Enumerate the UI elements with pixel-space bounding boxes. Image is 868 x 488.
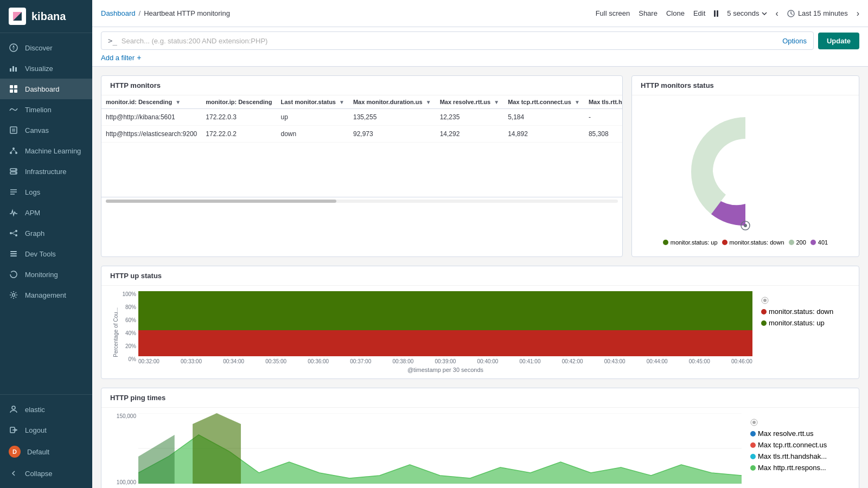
breadcrumb-current: Heartbeat HTTP monitoring	[144, 9, 230, 17]
bar-legend-label-up: monitor.status: up	[769, 319, 825, 327]
col-monitor-ip[interactable]: monitor.ip: Descending	[201, 95, 276, 109]
next-time-button[interactable]: ›	[857, 9, 859, 18]
sidebar-item-logs-label: Logs	[25, 188, 40, 196]
line-legend-http: Max http.rtt.respons...	[750, 464, 841, 472]
monitors-table: monitor.id: Descending ▼ monitor.ip: Des…	[101, 95, 622, 143]
bar-down	[138, 330, 752, 356]
donut-chart	[680, 106, 810, 236]
sidebar-item-elastic[interactable]: elastic	[0, 399, 92, 420]
sidebar-item-devtools[interactable]: Dev Tools	[0, 243, 92, 264]
http-monitors-status-title: HTTP monitors status	[632, 76, 859, 95]
line-chart-svg	[138, 413, 742, 484]
sidebar-item-timelion[interactable]: Timelion	[0, 99, 92, 120]
sidebar-item-discover[interactable]: Discover	[0, 37, 92, 58]
col-max-duration[interactable]: Max monitor.duration.us ▼	[349, 95, 436, 109]
col-last-status[interactable]: Last monitor.status ▼	[277, 95, 349, 109]
x-axis-title: @timestamp per 30 seconds	[138, 364, 752, 373]
svg-point-43	[763, 299, 767, 302]
update-button[interactable]: Update	[818, 33, 859, 49]
sidebar-item-collapse[interactable]: Collapse	[0, 463, 92, 484]
row-1-ip: 172.22.0.2	[201, 126, 276, 143]
sidebar-bottom: elastic Logout D Default Collapse	[0, 394, 92, 488]
sidebar-item-visualize[interactable]: Visualize	[0, 58, 92, 79]
sidebar-item-infrastructure[interactable]: Infrastructure	[0, 161, 92, 182]
sidebar-item-logs[interactable]: Logs	[0, 182, 92, 202]
svg-rect-7	[15, 67, 17, 72]
sidebar-item-devtools-label: Dev Tools	[25, 250, 56, 258]
breadcrumb-home[interactable]: Dashboard	[101, 9, 136, 17]
grid-icon	[9, 84, 18, 94]
prev-time-button[interactable]: ‹	[776, 9, 778, 18]
svg-rect-31	[10, 253, 17, 254]
svg-point-16	[15, 152, 17, 154]
dashboard-canvas: HTTP monitors monitor.id: Descending ▼ m…	[92, 67, 868, 488]
topbar: Dashboard / Heartbeat HTTP monitoring Fu…	[92, 0, 868, 27]
time-range-selector[interactable]: Last 15 minutes	[787, 9, 848, 17]
legend-dot-down	[722, 240, 727, 245]
legend-item-401: 401	[810, 239, 828, 246]
table-row: http@http://kibana:5601 172.22.0.3 up 13…	[101, 109, 622, 126]
svg-point-27	[15, 230, 17, 232]
sort-arrow-0: ▼	[175, 99, 181, 105]
monitors-table-scroll[interactable]: monitor.id: Descending ▼ monitor.ip: Des…	[101, 95, 622, 143]
col-monitor-id[interactable]: monitor.id: Descending ▼	[101, 95, 201, 109]
svg-line-29	[12, 232, 15, 233]
sidebar-item-monitoring[interactable]: Monitoring	[0, 264, 92, 285]
sidebar-item-apm[interactable]: APM	[0, 202, 92, 223]
pause-icon	[714, 10, 718, 17]
clone-button[interactable]: Clone	[666, 9, 685, 17]
donut-legend: monitor.status: up monitor.status: down …	[663, 239, 828, 246]
row-0-ip: 172.22.0.3	[201, 109, 276, 126]
col-max-tcp[interactable]: Max tcp.rtt.connect.us ▼	[503, 95, 584, 109]
line-legend-settings	[750, 419, 841, 426]
logo[interactable]: kibana	[0, 0, 92, 33]
apm-icon	[9, 208, 18, 217]
line-legend-tcp: Max tcp.rtt.connect.us	[750, 441, 841, 449]
sidebar-item-default[interactable]: D Default	[0, 440, 92, 463]
y-axis-ticks: 100% 80% 60% 40% 20% 0%	[121, 291, 138, 373]
interval-value: 5 seconds	[727, 9, 759, 17]
legend-item-settings	[761, 297, 841, 304]
share-button[interactable]: Share	[639, 9, 658, 17]
legend-label-200: 200	[796, 239, 806, 246]
http-monitors-status-panel: HTTP monitors status	[631, 75, 859, 257]
svg-point-48	[752, 421, 756, 424]
bar-chart-icon	[9, 63, 18, 73]
legend-dot-401	[810, 240, 816, 245]
line-legend-tls: Max tls.rtt.handshak...	[750, 452, 841, 460]
sidebar-item-graph[interactable]: Graph	[0, 223, 92, 243]
sidebar-item-canvas[interactable]: Canvas	[0, 120, 92, 140]
add-filter-button[interactable]: Add a filter +	[101, 53, 141, 62]
bar-legend-up: monitor.status: up	[761, 319, 841, 327]
svg-line-17	[11, 150, 14, 152]
graph-icon	[9, 228, 18, 238]
svg-rect-5	[10, 68, 11, 72]
sidebar-item-dashboard[interactable]: Dashboard	[0, 79, 92, 99]
row-1-duration: 92,973	[349, 126, 436, 143]
http-up-status-panel: HTTP up status Percentage of Cou... 100%…	[101, 266, 859, 379]
legend-item-up: monitor.status: up	[663, 239, 718, 246]
full-screen-button[interactable]: Full screen	[596, 9, 630, 17]
sidebar-item-machine-learning[interactable]: Machine Learning	[0, 140, 92, 161]
col-max-resolve[interactable]: Max resolve.rtt.us ▼	[436, 95, 504, 109]
col-max-tls[interactable]: Max tls.rtt.hands: ▼	[584, 95, 622, 109]
options-button[interactable]: Options	[782, 37, 807, 45]
legend-item-200: 200	[789, 239, 806, 246]
svg-rect-9	[14, 85, 17, 88]
area-spike-1	[193, 413, 241, 484]
row-0-duration: 135,255	[349, 109, 436, 126]
interval-selector[interactable]: 5 seconds	[727, 9, 767, 17]
chart-settings-icon[interactable]	[740, 220, 751, 231]
svg-marker-3	[12, 45, 15, 48]
sort-arrow-3: ▼	[426, 99, 431, 105]
row-0-status: up	[277, 109, 349, 126]
svg-line-30	[12, 233, 15, 235]
svg-rect-33	[10, 255, 17, 256]
line-legend-label-tls: Max tls.rtt.handshak...	[758, 452, 827, 460]
sidebar-item-logout[interactable]: Logout	[0, 420, 92, 440]
sidebar-item-management[interactable]: Management	[0, 285, 92, 305]
sidebar-item-monitoring-label: Monitoring	[25, 271, 58, 279]
edit-button[interactable]: Edit	[693, 9, 705, 17]
search-input[interactable]: Search... (e.g. status:200 AND extension…	[122, 37, 778, 45]
user-icon	[9, 404, 18, 414]
